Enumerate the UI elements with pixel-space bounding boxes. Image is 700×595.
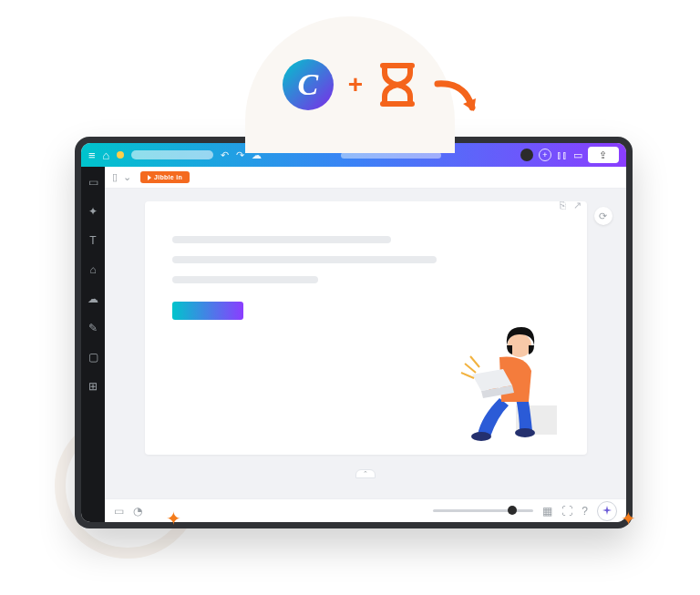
placeholder-line [172, 276, 318, 283]
elements-icon[interactable]: ✦ [87, 205, 99, 218]
placeholder-line [172, 236, 391, 243]
notes-icon[interactable]: ▭ [114, 505, 124, 518]
grid-view-icon[interactable]: ▦ [542, 505, 552, 518]
top-right-cluster: + ⫿⫿ ▭ ⇪ [520, 147, 619, 163]
avatar[interactable] [520, 149, 533, 161]
crown-badge [117, 151, 124, 159]
templates-icon[interactable]: ▭ [87, 176, 99, 189]
help-icon[interactable]: ? [582, 505, 588, 518]
decorative-plus-icon: ✦ [621, 508, 636, 529]
cta-button-placeholder [172, 302, 243, 320]
brand-icon[interactable]: ⌂ [87, 263, 99, 276]
integration-badge: C + [245, 16, 455, 153]
jibble-label: Jibble in [154, 174, 182, 180]
undo-icon[interactable]: ↶ [221, 149, 229, 161]
person-laptop-illustration [445, 307, 563, 444]
zoom-thumb[interactable] [508, 506, 517, 515]
add-collaborator-button[interactable]: + [539, 149, 551, 161]
apps-icon[interactable]: ⊞ [87, 380, 99, 393]
text-icon[interactable]: T [87, 234, 99, 247]
placeholder-line [172, 256, 437, 263]
jibble-logo [377, 62, 417, 108]
design-canvas[interactable]: ⎘ ↗ ⟳ [145, 201, 587, 455]
main-area: ▯ ⌄ Jibble in ⎘ ↗ ⟳ [105, 167, 626, 522]
control-bar: ▯ ⌄ Jibble in [105, 167, 626, 189]
arrow-icon [428, 73, 483, 128]
svg-line-3 [465, 364, 476, 373]
jibble-in-button[interactable]: Jibble in [140, 171, 190, 183]
draw-icon[interactable]: ✎ [87, 322, 99, 334]
canvas-actions: ⎘ ↗ [560, 200, 582, 211]
canvas-area[interactable]: ⎘ ↗ ⟳ [105, 189, 626, 498]
svg-line-4 [461, 373, 474, 378]
chevron-down-icon[interactable]: ⌄ [123, 171, 131, 183]
page-icon[interactable]: ▯ [112, 171, 118, 183]
svg-point-2 [515, 428, 535, 437]
home-icon[interactable]: ⌂ [103, 149, 110, 161]
decorative-plus-icon: ✦ [166, 508, 181, 529]
app-screen: ≡ ⌂ ↶ ↷ ☁ + ⫿⫿ ▭ ⇪ ▭ ✦ T ⌂ ☁ [81, 143, 626, 522]
plus-icon: + [348, 70, 363, 99]
svg-line-5 [470, 356, 479, 367]
page-strip-handle[interactable]: ⌃ [355, 469, 376, 478]
svg-point-1 [471, 432, 491, 441]
document-title[interactable] [131, 150, 213, 159]
canva-logo: C [283, 59, 334, 110]
play-icon [148, 175, 151, 180]
uploads-icon[interactable]: ☁ [87, 292, 99, 305]
bottom-bar: ▭ ◔ ▦ ⛶ ? [105, 498, 626, 522]
zoom-slider[interactable] [433, 509, 533, 512]
timer-icon[interactable]: ◔ [133, 505, 142, 518]
analytics-icon[interactable]: ⫿⫿ [557, 149, 568, 160]
magic-button[interactable] [597, 501, 617, 521]
share-button[interactable]: ⇪ [588, 147, 619, 163]
refresh-button[interactable]: ⟳ [594, 207, 612, 225]
left-sidebar: ▭ ✦ T ⌂ ☁ ✎ ▢ ⊞ [81, 167, 105, 522]
open-icon[interactable]: ↗ [573, 200, 582, 211]
redo-icon[interactable]: ↷ [236, 149, 244, 161]
menu-icon[interactable]: ≡ [88, 149, 96, 161]
fullscreen-icon[interactable]: ⛶ [561, 505, 572, 518]
present-icon[interactable]: ▭ [573, 149, 582, 161]
duplicate-icon[interactable]: ⎘ [560, 200, 566, 211]
projects-icon[interactable]: ▢ [87, 351, 99, 364]
tablet-frame: ≡ ⌂ ↶ ↷ ☁ + ⫿⫿ ▭ ⇪ ▭ ✦ T ⌂ ☁ [75, 137, 633, 528]
